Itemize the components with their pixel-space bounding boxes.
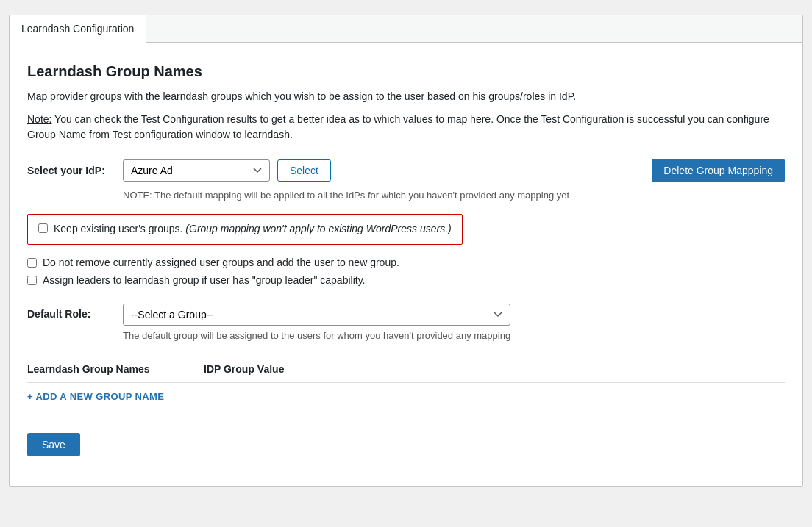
page-note: Note: You can check the Test Configurati… — [27, 112, 785, 143]
delete-group-mapping-button[interactable]: Delete Group Mappping — [652, 159, 785, 182]
idp-select-wrap: Azure Ad Google Okta ADFS Select — [123, 159, 331, 182]
mapping-table-header: Learndash Group Names IDP Group Value — [27, 356, 785, 383]
idp-label: Select your IdP: — [27, 165, 115, 176]
keep-existing-checkbox[interactable] — [38, 223, 48, 233]
default-role-label: Default Role: — [27, 304, 115, 320]
add-new-group-name-link[interactable]: + ADD A NEW GROUP NAME — [27, 391, 164, 402]
do-not-remove-row: Do not remove currently assigned user gr… — [27, 257, 785, 268]
keep-existing-row: Keep existing user's groups. (Group mapp… — [38, 222, 452, 237]
config-panel: Learndash Configuration Learndash Group … — [9, 15, 803, 487]
page-title: Learndash Group Names — [27, 63, 785, 80]
assign-leaders-checkbox[interactable] — [27, 276, 37, 285]
save-button[interactable]: Save — [27, 433, 80, 456]
idp-selection-row: Select your IdP: Azure Ad Google Okta AD… — [27, 159, 785, 182]
do-not-remove-label: Do not remove currently assigned user gr… — [43, 257, 399, 268]
page-description: Map provider groups with the learndash g… — [27, 89, 785, 104]
keep-existing-italic: (Group mapping won't apply to existing W… — [185, 223, 451, 234]
keep-existing-checkbox-section: Keep existing user's groups. (Group mapp… — [27, 214, 463, 245]
default-role-dropdown[interactable]: --Select a Group-- — [123, 304, 510, 326]
tab-learndash-configuration[interactable]: Learndash Configuration — [10, 15, 146, 43]
default-role-right: --Select a Group-- The default group wil… — [123, 304, 510, 341]
content-area: Learndash Group Names Map provider group… — [10, 43, 802, 486]
assign-leaders-label: Assign leaders to learndash group if use… — [43, 274, 366, 286]
select-button[interactable]: Select — [277, 159, 331, 182]
default-role-row: Default Role: --Select a Group-- The def… — [27, 304, 785, 341]
mapping-col1: Learndash Group Names — [27, 363, 174, 375]
assign-leaders-row: Assign leaders to learndash group if use… — [27, 274, 785, 286]
do-not-remove-checkbox[interactable] — [27, 258, 37, 268]
mapping-col2: IDP Group Value — [204, 363, 351, 375]
default-role-note: The default group will be assigned to th… — [123, 330, 510, 341]
keep-existing-label: Keep existing user's groups. (Group mapp… — [54, 222, 452, 237]
idp-dropdown[interactable]: Azure Ad Google Okta ADFS — [123, 159, 270, 182]
tab-bar: Learndash Configuration — [10, 15, 802, 43]
idp-note: NOTE: The default mapping will be applie… — [123, 190, 785, 201]
checkboxes-section: Keep existing user's groups. (Group mapp… — [27, 214, 785, 286]
